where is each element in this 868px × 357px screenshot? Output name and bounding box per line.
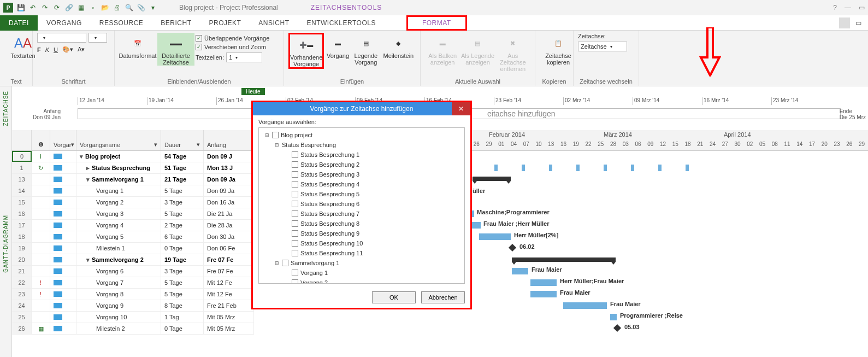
ribbon-collapse-icon[interactable]: ▭ [855,19,861,27]
table-row[interactable]: 24Vorgang 98 TageFre 21 Feb [12,300,254,312]
tree-checkbox[interactable] [292,191,298,197]
textzeilen-dropdown[interactable]: 1▾ [226,52,262,62]
table-row[interactable]: 13▾Sammelvorgang 121 TageDon 09 Ja [12,174,254,185]
tree-node[interactable]: Status Besprechung 1 [262,150,461,160]
tree-checkbox[interactable] [292,230,298,237]
tree-checkbox[interactable] [292,201,298,207]
tree-toggle-icon[interactable]: ⊟ [264,132,270,138]
detaillierte-zeitachse-button[interactable]: ▬▬ Detaillierte Zeitachse [157,33,194,66]
tree-checkbox[interactable] [272,132,279,138]
user-avatar[interactable] [839,17,850,28]
vorhandene-vorgaenge-button[interactable]: ➕▬ Vorhandene Vorgänge [288,33,324,69]
refresh-icon[interactable]: ⟳ [52,3,61,12]
info-header-icon[interactable]: ❶ [32,130,50,150]
tree-checkbox[interactable] [292,279,298,284]
italic-button[interactable]: K [45,46,49,53]
dialog-titlebar[interactable]: Vorgänge zur Zeitachse hinzufügen ✕ [253,102,470,115]
tab-entwicklertools[interactable]: ENTWICKLERTOOLS [298,15,385,31]
restore-icon[interactable]: ▭ [859,4,865,11]
tree-node[interactable]: Status Besprechung 2 [262,160,461,169]
tree-node[interactable]: Status Besprechung 11 [262,248,461,258]
header-name[interactable]: Vorgangsname ▾ [76,130,161,150]
open-icon[interactable]: 📂 [101,3,109,12]
attach-icon[interactable]: 📎 [137,3,145,12]
zeitachse-dropdown[interactable]: Zeitachse▾ [578,42,627,51]
table-row[interactable]: 19Milestein 10 TageDon 06 Fe [12,243,254,254]
tree-node[interactable]: Status Besprechung 7 [262,209,461,219]
font-color-button[interactable]: 🎨▾ [62,46,73,53]
tree-checkbox[interactable] [292,220,298,227]
tab-format[interactable]: FORMAT [406,15,467,31]
redo-icon[interactable]: ↷ [40,3,49,12]
gantt-side-tab[interactable]: GANTT-DIAGRAMM [0,130,12,357]
header-start[interactable]: Anfang [204,130,254,150]
tree-node[interactable]: Status Besprechung 6 [262,199,461,209]
vorgang-button[interactable]: ▬Vorgang [325,33,350,69]
tab-ressource[interactable]: RESSOURCE [91,15,152,31]
cancel-button[interactable]: Abbrechen [421,291,465,303]
zeitachse-kopieren-button[interactable]: 📋Zeitachse kopieren [540,33,577,66]
dialog-close-button[interactable]: ✕ [452,102,470,115]
tree-checkbox[interactable] [292,240,298,247]
tree-node[interactable]: ⊟Status Besprechung [262,140,461,150]
font-family-dropdown[interactable]: ▾ [37,33,86,43]
help-icon[interactable]: ? [833,4,837,11]
tree-checkbox[interactable] [292,270,298,276]
table-row[interactable]: 21Vorgang 63 TageFre 07 Fe [12,266,254,277]
meilenstein-button[interactable]: ◆Meilenstein [381,33,416,69]
ok-button[interactable]: OK [372,291,416,303]
tree-node[interactable]: Vorgang 1 [262,268,461,278]
table-row[interactable]: 26▦Milestein 20 TageMit 05 Mrz [12,323,254,335]
table-row[interactable]: 17Vorgang 42 TageDie 28 Ja [12,220,254,231]
tree-node[interactable]: ⊟Blog project [262,130,461,140]
tree-checkbox[interactable] [292,210,298,217]
table-row[interactable]: 25Vorgang 101 TagMit 05 Mrz [12,312,254,323]
timeline-side-tab[interactable]: ZEITACHSE [0,86,12,130]
tree-toggle-icon[interactable]: ⊟ [274,142,280,148]
tree-checkbox[interactable] [292,250,298,256]
tree-node[interactable]: Status Besprechung 10 [262,238,461,248]
tab-bericht[interactable]: BERICHT [152,15,200,31]
table-row[interactable]: 14Vorgang 15 TageDon 09 Ja [12,185,254,197]
tree-checkbox[interactable] [292,151,298,158]
tab-file[interactable]: DATEI [0,15,38,31]
tree-node[interactable]: Status Besprechung 9 [262,229,461,238]
datumsformat-button[interactable]: 📅 Datumsformat [119,33,156,66]
table-row[interactable]: 23!Vorgang 85 TageMit 12 Fe [12,289,254,300]
tab-ansicht[interactable]: ANSICHT [250,15,298,31]
header-mode[interactable]: Vorgar ▾ [50,130,76,150]
table-row[interactable]: 0i▾Blog project54 TageDon 09 J [12,151,254,162]
tree-checkbox[interactable] [292,171,298,178]
tree-node[interactable]: ⊟Sammelvorgang 1 [262,258,461,268]
print-icon[interactable]: 🖨 [113,3,121,12]
tab-vorgang[interactable]: VORGANG [38,15,91,31]
tab-projekt[interactable]: PROJEKT [200,15,250,31]
overlap-checkbox[interactable]: ✓ [196,35,202,42]
tree-node[interactable]: Status Besprechung 5 [262,189,461,199]
undo-icon[interactable]: ↶ [28,3,37,12]
bold-button[interactable]: F [37,46,41,53]
table-row[interactable]: 16Vorgang 35 TageDie 21 Ja [12,208,254,220]
table-row[interactable]: 22!Vorgang 75 TageMit 12 Fe [12,277,254,289]
calendar-icon[interactable]: ▦ [76,3,85,12]
tree-node[interactable]: Status Besprechung 3 [262,169,461,179]
tree-node[interactable]: Vorgang 2 [262,278,461,284]
minimize-icon[interactable]: — [845,4,851,11]
table-row[interactable]: 20▾Sammelvorgang 219 TageFre 07 Fe [12,254,254,266]
table-row[interactable]: 1↻▸Status Besprechung51 TageMon 13 J [12,162,254,174]
save-icon[interactable]: 💾 [16,3,25,12]
tree-checkbox[interactable] [292,181,298,188]
underline-button[interactable]: U [54,46,58,53]
table-row[interactable]: 18Vorgang 56 TageDon 30 Ja [12,231,254,243]
link-icon[interactable]: 🔗 [64,3,73,12]
font-effects-button[interactable]: A▾ [78,46,85,53]
tree-checkbox[interactable] [282,260,288,266]
legende-button[interactable]: ▤Legende Vorgang [352,33,380,69]
tree-node[interactable]: Status Besprechung 8 [262,219,461,229]
font-size-dropdown[interactable]: ▾ [88,33,107,43]
tree-node[interactable]: Status Besprechung 4 [262,179,461,189]
tree-checkbox[interactable] [292,161,298,168]
preview-icon[interactable]: 🔍 [125,3,133,12]
zoom-checkbox[interactable]: ✓ [196,44,202,50]
new-icon[interactable]: ▫ [88,3,97,12]
